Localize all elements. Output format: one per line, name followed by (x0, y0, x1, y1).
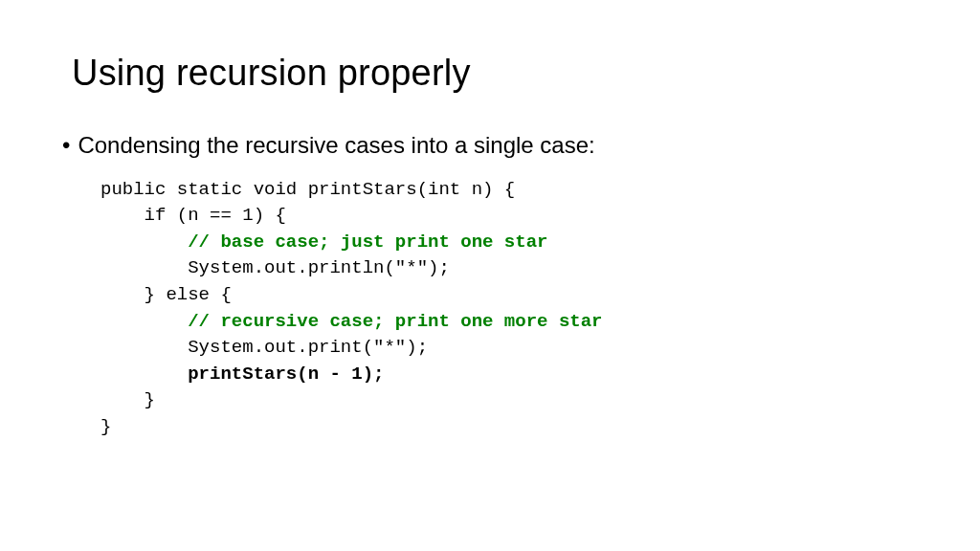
code-line: } (100, 416, 111, 437)
bullet-item: • Condensing the recursive cases into a … (72, 132, 908, 160)
code-comment: // recursive case; print one more star (100, 311, 603, 332)
code-line: } (100, 389, 155, 410)
code-block: public static void printStars(int n) { i… (100, 177, 908, 440)
slide-title: Using recursion properly (72, 53, 908, 94)
code-line: System.out.print("*"); (100, 337, 428, 358)
bullet-text: Condensing the recursive cases into a si… (78, 132, 594, 160)
code-line: System.out.println("*"); (100, 257, 450, 278)
code-line: } else { (100, 284, 232, 305)
bullet-dot-icon: • (62, 132, 70, 160)
code-line: public static void printStars(int n) { (100, 179, 515, 200)
code-comment: // base case; just print one star (100, 231, 547, 253)
code-recursive-call: printStars(n - 1); (100, 364, 384, 385)
code-line: if (n == 1) { (100, 205, 286, 226)
